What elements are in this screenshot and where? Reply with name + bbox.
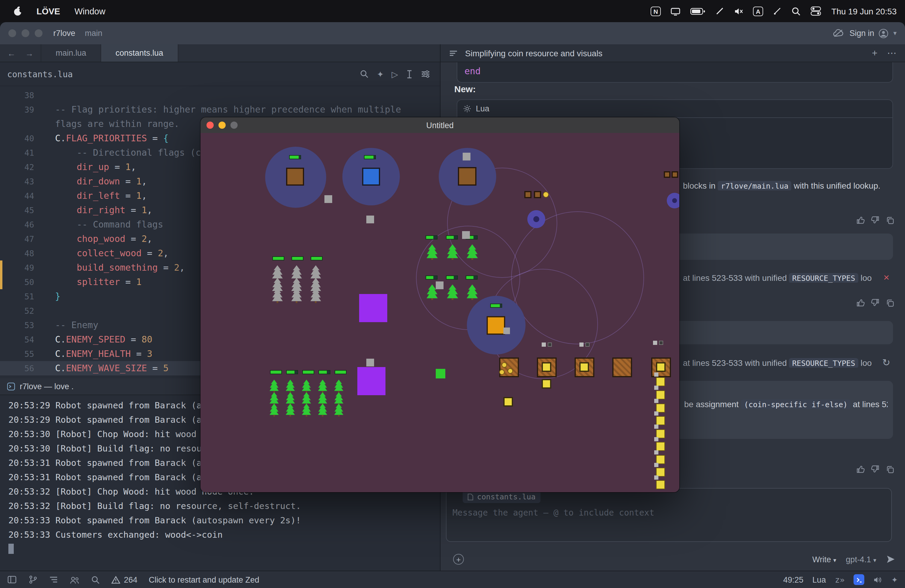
game-tree-green xyxy=(317,392,328,405)
thread-list-icon[interactable] xyxy=(449,49,458,57)
project-panel-icon[interactable] xyxy=(7,575,17,585)
thumbs-down-icon[interactable] xyxy=(871,298,880,307)
game-tree-green xyxy=(426,284,439,300)
status-bar: 264 Click to restart and update Zed 49:2… xyxy=(0,571,905,588)
line-number: 50 xyxy=(0,275,34,289)
buffer-search-icon[interactable] xyxy=(360,70,369,78)
minimize-window-button[interactable] xyxy=(22,29,29,37)
input-source-icon[interactable]: A xyxy=(753,6,763,16)
code-text: dir_left = 1, xyxy=(34,189,147,203)
network-slash-icon[interactable] xyxy=(773,6,782,16)
message-editor[interactable]: constants.lua Message the agent — @ to i… xyxy=(446,488,892,542)
nav-back-button[interactable]: ← xyxy=(7,48,16,58)
project-name[interactable]: r7love xyxy=(53,29,75,38)
mode-selector[interactable]: Write ▾ xyxy=(812,555,836,564)
zoom-window-button[interactable] xyxy=(35,29,43,37)
spotlight-search-icon[interactable] xyxy=(791,6,801,16)
assistant-panel-header: Simplifying coin resource and visuals + … xyxy=(441,44,905,62)
line-number: 47 xyxy=(0,232,34,246)
breadcrumb[interactable]: constants.lua xyxy=(0,69,73,79)
new-section-label: New: xyxy=(454,84,476,94)
feedback-row xyxy=(856,298,894,307)
volume-icon[interactable] xyxy=(873,576,882,583)
code-text: splitter = 1 xyxy=(34,275,141,289)
copy-icon[interactable] xyxy=(886,216,894,224)
outline-panel-icon[interactable] xyxy=(49,575,58,584)
copy-icon[interactable] xyxy=(886,465,894,474)
game-tree-green xyxy=(317,380,328,393)
pen-status-icon[interactable] xyxy=(715,6,724,16)
search-panel-icon[interactable] xyxy=(91,575,100,584)
apple-menu-icon[interactable] xyxy=(13,6,22,16)
game-health-bar xyxy=(286,370,298,374)
dismiss-error-icon[interactable]: × xyxy=(883,272,889,283)
update-zed-button[interactable]: Click to restart and update Zed xyxy=(149,575,259,584)
language-selector[interactable]: Lua xyxy=(813,575,826,584)
inline-completions-icon[interactable]: z» xyxy=(835,575,845,585)
terminal-line: 20:53:32 [Robot] Build flag: no resource… xyxy=(0,499,440,513)
thread-title[interactable]: Simplifying coin resource and visuals xyxy=(465,48,602,58)
git-branch-name[interactable]: main xyxy=(85,29,103,38)
tab-main-lua[interactable]: main.lua xyxy=(41,44,101,62)
nav-forward-button[interactable]: → xyxy=(25,48,33,58)
tab-constants-lua[interactable]: constants.lua xyxy=(101,44,178,62)
terminal-line: 20:53:33 Robot spawned from Barack (auto… xyxy=(0,513,440,528)
game-square xyxy=(366,359,374,366)
inline-assist-icon[interactable]: ✦ xyxy=(377,69,384,79)
code-text: -- Enemy xyxy=(34,318,98,332)
thumbs-up-icon[interactable] xyxy=(856,465,865,474)
git-branch-icon[interactable] xyxy=(28,575,38,585)
menu-app-name[interactable]: LÖVE xyxy=(37,6,60,16)
chevron-down-icon[interactable]: ▾ xyxy=(893,29,897,37)
send-icon[interactable] xyxy=(886,555,895,564)
context-chip[interactable]: constants.lua xyxy=(463,490,540,503)
diagnostics-summary[interactable]: 264 xyxy=(111,575,137,584)
terminal-tab[interactable]: r7love — love . xyxy=(20,382,74,391)
text-cursor-icon[interactable] xyxy=(406,69,413,79)
assistant-panel-toggle-icon[interactable]: ✦ xyxy=(891,575,898,584)
game-tree-green xyxy=(269,392,279,405)
game-canvas[interactable] xyxy=(200,133,680,492)
code-text: flags are within range. xyxy=(34,117,179,131)
display-status-icon[interactable] xyxy=(670,6,681,16)
notion-status-icon[interactable]: N xyxy=(651,6,661,16)
thumbs-down-icon[interactable] xyxy=(871,216,880,224)
game-health-bar xyxy=(272,256,284,261)
battery-icon[interactable] xyxy=(690,6,706,16)
menu-item-window[interactable]: Window xyxy=(75,6,105,16)
game-title-bar[interactable]: Untitled xyxy=(200,118,680,133)
game-square xyxy=(580,362,589,372)
avatar[interactable] xyxy=(879,29,889,38)
add-context-button[interactable]: + xyxy=(453,554,464,565)
code-text: dir_right = 1, xyxy=(34,203,152,217)
copy-icon[interactable] xyxy=(886,299,894,307)
retry-message: at lines 523-533 with unified RESOURCE_T… xyxy=(683,358,880,368)
retry-icon[interactable]: ↻ xyxy=(882,358,890,368)
thumbs-up-icon[interactable] xyxy=(856,298,865,307)
run-icon[interactable]: ▷ xyxy=(391,69,398,79)
menu-bar-clock[interactable]: Thu 19 Jun 20:53 xyxy=(831,6,897,16)
game-square xyxy=(664,171,670,178)
sign-in-button[interactable]: Sign in xyxy=(849,29,874,38)
new-thread-icon[interactable]: + xyxy=(872,48,878,58)
inline-code-chip: r7love/main.lua xyxy=(718,181,792,191)
model-selector[interactable]: gpt-4.1 ▾ xyxy=(846,555,876,564)
thumbs-up-icon[interactable] xyxy=(856,216,865,224)
thumbs-down-icon[interactable] xyxy=(871,465,880,474)
more-options-icon[interactable]: ⋯ xyxy=(887,47,897,59)
assistant-toolbar: + Write ▾ gpt-4.1 ▾ xyxy=(441,550,905,568)
zed-title-bar[interactable]: r7love main Sign in ▾ xyxy=(0,22,905,44)
close-window-button[interactable] xyxy=(8,29,16,37)
cursor-position[interactable]: 49:25 xyxy=(783,575,803,584)
line-number: 40 xyxy=(0,131,34,146)
editor-settings-icon[interactable] xyxy=(421,70,430,78)
line-number: 41 xyxy=(0,146,34,160)
mute-icon[interactable] xyxy=(734,7,743,15)
terminal-panel-toggle[interactable] xyxy=(854,574,864,585)
collab-panel-icon[interactable] xyxy=(70,575,79,584)
game-square xyxy=(436,369,445,378)
control-center-icon[interactable] xyxy=(810,6,822,16)
game-tree-grey xyxy=(290,288,303,303)
code-text: C.ENEMY_WAVE_SIZE = 5 xyxy=(34,361,168,375)
cloud-offline-icon xyxy=(833,29,845,38)
